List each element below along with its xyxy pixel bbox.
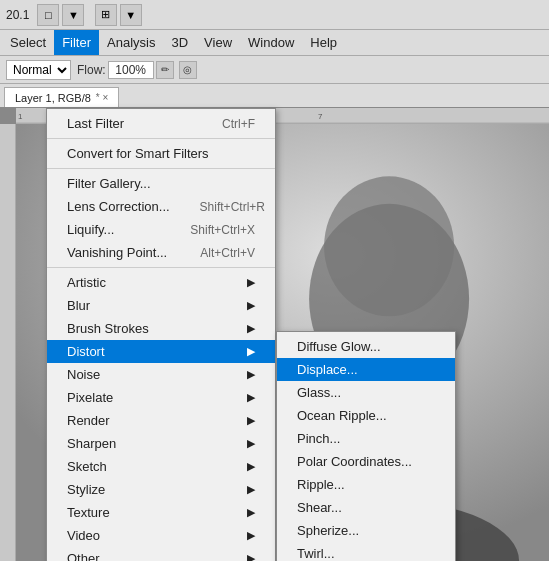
noise-arrow: ▶ bbox=[247, 368, 255, 381]
second-toolbar: Normal Flow: 100% ✏ ◎ bbox=[0, 56, 549, 84]
menu-item-texture[interactable]: Texture ▶ bbox=[47, 501, 275, 524]
toolbar-icon-4[interactable]: ▼ bbox=[120, 4, 142, 26]
glass-label: Glass... bbox=[297, 385, 341, 400]
liquify-label: Liquify... bbox=[67, 222, 114, 237]
distort-label: Distort bbox=[67, 344, 105, 359]
zoom-value: 20.1 bbox=[6, 8, 29, 22]
tab-label: Layer 1, RGB/8 bbox=[15, 92, 91, 104]
menu-analysis[interactable]: Analysis bbox=[99, 30, 163, 55]
render-label: Render bbox=[67, 413, 110, 428]
submenu-glass[interactable]: Glass... bbox=[277, 381, 455, 404]
lens-correction-label: Lens Correction... bbox=[67, 199, 170, 214]
spherize-label: Spherize... bbox=[297, 523, 359, 538]
other-label: Other bbox=[67, 551, 100, 561]
menu-item-last-filter[interactable]: Last Filter Ctrl+F bbox=[47, 112, 275, 135]
sep-3 bbox=[47, 267, 275, 268]
vanishing-point-label: Vanishing Point... bbox=[67, 245, 167, 260]
distort-arrow: ▶ bbox=[247, 345, 255, 358]
submenu-diffuse-glow[interactable]: Diffuse Glow... bbox=[277, 335, 455, 358]
filter-gallery-label: Filter Gallery... bbox=[67, 176, 151, 191]
menu-item-pixelate[interactable]: Pixelate ▶ bbox=[47, 386, 275, 409]
submenu-spherize[interactable]: Spherize... bbox=[277, 519, 455, 542]
menu-item-liquify[interactable]: Liquify... Shift+Ctrl+X bbox=[47, 218, 275, 241]
pinch-label: Pinch... bbox=[297, 431, 340, 446]
video-label: Video bbox=[67, 528, 100, 543]
submenu-displace[interactable]: Displace... bbox=[277, 358, 455, 381]
canvas-area: 1 2 3 4 5 6 7 bbox=[0, 108, 549, 561]
menu-item-noise[interactable]: Noise ▶ bbox=[47, 363, 275, 386]
flow-icon-2[interactable]: ◎ bbox=[179, 61, 197, 79]
twirl-label: Twirl... bbox=[297, 546, 335, 561]
toolbar-icon-2[interactable]: ▼ bbox=[62, 4, 84, 26]
menu-help[interactable]: Help bbox=[302, 30, 345, 55]
menu-item-vanishing-point[interactable]: Vanishing Point... Alt+Ctrl+V bbox=[47, 241, 275, 264]
menu-item-smart-filters[interactable]: Convert for Smart Filters bbox=[47, 142, 275, 165]
menu-item-brush-strokes[interactable]: Brush Strokes ▶ bbox=[47, 317, 275, 340]
sharpen-label: Sharpen bbox=[67, 436, 116, 451]
menu-item-other[interactable]: Other ▶ bbox=[47, 547, 275, 561]
document-tab[interactable]: Layer 1, RGB/8 * × bbox=[4, 87, 119, 107]
last-filter-shortcut: Ctrl+F bbox=[222, 117, 255, 131]
artistic-label: Artistic bbox=[67, 275, 106, 290]
video-arrow: ▶ bbox=[247, 529, 255, 542]
mode-select[interactable]: Normal bbox=[6, 60, 71, 80]
menu-item-sketch[interactable]: Sketch ▶ bbox=[47, 455, 275, 478]
top-toolbar: 20.1 □ ▼ ⊞ ▼ bbox=[0, 0, 549, 30]
flow-label: Flow: bbox=[77, 63, 106, 77]
menu-item-lens-correction[interactable]: Lens Correction... Shift+Ctrl+R bbox=[47, 195, 275, 218]
menu-item-filter-gallery[interactable]: Filter Gallery... bbox=[47, 172, 275, 195]
menu-item-stylize[interactable]: Stylize ▶ bbox=[47, 478, 275, 501]
app-window: 20.1 □ ▼ ⊞ ▼ Select Filter Analysis 3D V… bbox=[0, 0, 549, 561]
flow-controls: Flow: 100% ✏ ◎ bbox=[77, 61, 200, 79]
svg-text:1: 1 bbox=[18, 112, 23, 121]
smart-filters-label: Convert for Smart Filters bbox=[67, 146, 209, 161]
flow-icon-1[interactable]: ✏ bbox=[156, 61, 174, 79]
submenu-ocean-ripple[interactable]: Ocean Ripple... bbox=[277, 404, 455, 427]
submenu-ripple[interactable]: Ripple... bbox=[277, 473, 455, 496]
tab-close[interactable]: * × bbox=[96, 92, 109, 103]
blur-arrow: ▶ bbox=[247, 299, 255, 312]
noise-label: Noise bbox=[67, 367, 100, 382]
diffuse-glow-label: Diffuse Glow... bbox=[297, 339, 381, 354]
ocean-ripple-label: Ocean Ripple... bbox=[297, 408, 387, 423]
toolbar-icon-1[interactable]: □ bbox=[37, 4, 59, 26]
menu-item-distort[interactable]: Distort ▶ bbox=[47, 340, 275, 363]
menubar: Select Filter Analysis 3D View Window He… bbox=[0, 30, 549, 56]
ripple-label: Ripple... bbox=[297, 477, 345, 492]
menu-window[interactable]: Window bbox=[240, 30, 302, 55]
submenu-twirl[interactable]: Twirl... bbox=[277, 542, 455, 561]
menu-view[interactable]: View bbox=[196, 30, 240, 55]
menu-3d[interactable]: 3D bbox=[163, 30, 196, 55]
flow-value[interactable]: 100% bbox=[108, 61, 154, 79]
tab-bar: Layer 1, RGB/8 * × bbox=[0, 84, 549, 108]
menu-select[interactable]: Select bbox=[2, 30, 54, 55]
displace-label: Displace... bbox=[297, 362, 358, 377]
sep-2 bbox=[47, 168, 275, 169]
sketch-label: Sketch bbox=[67, 459, 107, 474]
distort-submenu: Diffuse Glow... Displace... Glass... Oce… bbox=[276, 331, 456, 561]
menu-item-render[interactable]: Render ▶ bbox=[47, 409, 275, 432]
menu-item-video[interactable]: Video ▶ bbox=[47, 524, 275, 547]
last-filter-label: Last Filter bbox=[67, 116, 124, 131]
submenu-polar-coordinates[interactable]: Polar Coordinates... bbox=[277, 450, 455, 473]
menu-item-artistic[interactable]: Artistic ▶ bbox=[47, 271, 275, 294]
texture-arrow: ▶ bbox=[247, 506, 255, 519]
sep-1 bbox=[47, 138, 275, 139]
submenu-pinch[interactable]: Pinch... bbox=[277, 427, 455, 450]
submenu-shear[interactable]: Shear... bbox=[277, 496, 455, 519]
shear-label: Shear... bbox=[297, 500, 342, 515]
ruler-left bbox=[0, 124, 16, 561]
texture-label: Texture bbox=[67, 505, 110, 520]
stylize-label: Stylize bbox=[67, 482, 105, 497]
menu-item-blur[interactable]: Blur ▶ bbox=[47, 294, 275, 317]
polar-coordinates-label: Polar Coordinates... bbox=[297, 454, 412, 469]
toolbar-icon-3[interactable]: ⊞ bbox=[95, 4, 117, 26]
svg-text:7: 7 bbox=[318, 112, 323, 121]
sketch-arrow: ▶ bbox=[247, 460, 255, 473]
pixelate-arrow: ▶ bbox=[247, 391, 255, 404]
menu-filter[interactable]: Filter bbox=[54, 30, 99, 55]
lens-correction-shortcut: Shift+Ctrl+R bbox=[200, 200, 265, 214]
filter-menu: Last Filter Ctrl+F Convert for Smart Fil… bbox=[46, 108, 276, 561]
menu-item-sharpen[interactable]: Sharpen ▶ bbox=[47, 432, 275, 455]
liquify-shortcut: Shift+Ctrl+X bbox=[190, 223, 255, 237]
